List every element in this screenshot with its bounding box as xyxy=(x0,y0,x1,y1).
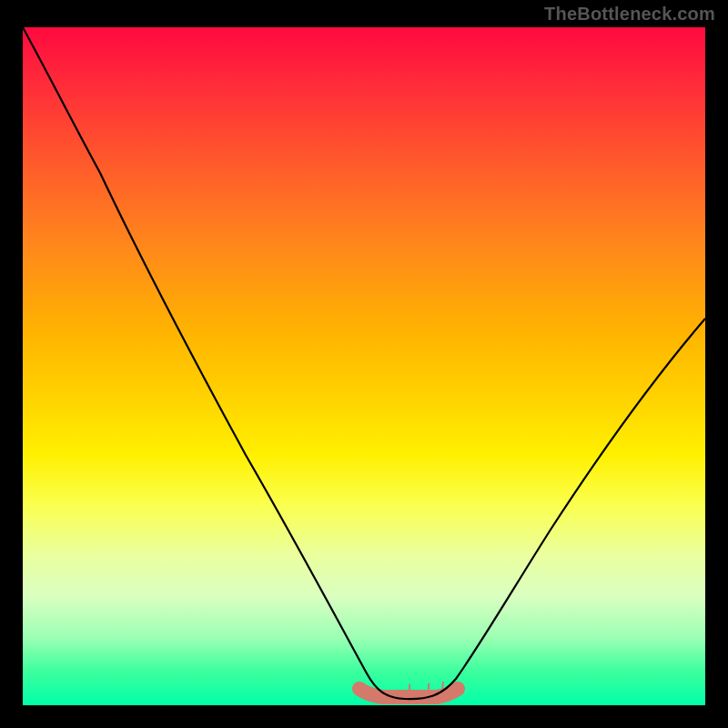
chart-frame: TheBottleneck.com xyxy=(0,0,728,728)
watermark-text: TheBottleneck.com xyxy=(544,4,715,25)
plot-area xyxy=(23,27,705,705)
svg-line-2 xyxy=(442,682,443,691)
bottleneck-curve xyxy=(23,27,705,699)
curve-svg xyxy=(23,27,705,705)
